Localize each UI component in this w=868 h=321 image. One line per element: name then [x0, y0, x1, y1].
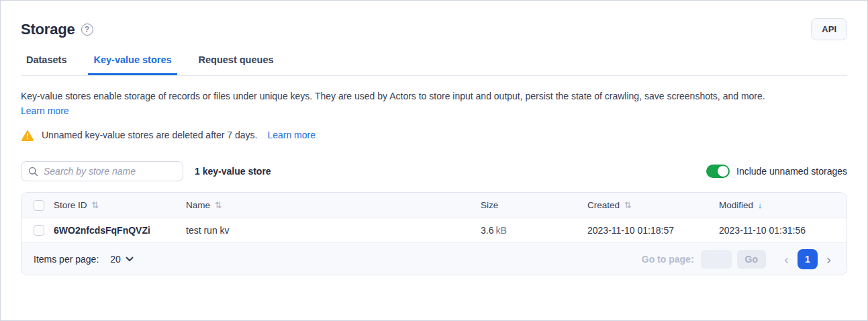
store-count: 1 key-value store [195, 166, 271, 177]
table-row[interactable]: 6WO2nfcdsFqFnQVZi test run kv 3.6kB 2023… [21, 218, 847, 242]
sort-icon-modified[interactable]: ↓ [758, 200, 763, 210]
column-label-modified: Modified [719, 200, 753, 210]
pagination: Go to page: Go ‹ 1 › [642, 249, 834, 269]
sort-icon-name[interactable]: ⇅ [215, 200, 222, 210]
column-header-size: Size [481, 200, 587, 210]
description-learn-more-link[interactable]: Learn more [21, 105, 69, 116]
search-input[interactable] [44, 162, 176, 181]
header-checkbox-cell [21, 200, 54, 211]
prev-page-icon[interactable]: ‹ [781, 252, 792, 266]
column-label-name: Name [186, 200, 210, 210]
select-all-checkbox[interactable] [34, 200, 44, 211]
warning-text: Unnamed key-value stores are deleted aft… [42, 130, 257, 140]
sort-icon-created[interactable]: ⇅ [624, 200, 632, 210]
tab-request-queues[interactable]: Request queues [193, 54, 279, 75]
column-header-created[interactable]: Created ⇅ [587, 200, 719, 210]
column-header-name[interactable]: Name ⇅ [186, 200, 481, 210]
chevron-down-icon [126, 257, 134, 262]
title-wrap: Storage ? [21, 21, 93, 38]
column-label-created: Created [587, 200, 620, 210]
warning-icon [21, 128, 34, 142]
cell-name: test run kv [186, 225, 481, 236]
column-header-store-id[interactable]: Store ID ⇅ [54, 200, 186, 210]
sort-icon-store-id[interactable]: ⇅ [91, 200, 99, 210]
warning-learn-more-link[interactable]: Learn more [267, 130, 316, 140]
toolbar: 1 key-value store Include unnamed storag… [21, 161, 847, 181]
cell-created: 2023-11-10 01:18:57 [587, 225, 719, 236]
column-label-store-id: Store ID [54, 200, 87, 210]
page-header: Storage ? API [21, 18, 847, 40]
api-button[interactable]: API [811, 18, 847, 40]
table-footer: Items per page: 20 Go to page: Go ‹ 1 › [21, 242, 847, 275]
description-text: Key-value stores enable storage of recor… [21, 89, 847, 103]
go-to-page-label: Go to page: [642, 254, 694, 265]
key-value-stores-table: Store ID ⇅ Name ⇅ Size Created ⇅ Modifie… [21, 192, 847, 275]
page-title: Storage [21, 21, 75, 38]
items-per-page-label: Items per page: [34, 254, 99, 265]
tab-key-value-stores[interactable]: Key-value stores [88, 54, 177, 75]
column-header-modified[interactable]: Modified ↓ [719, 200, 847, 210]
warning-banner: Unnamed key-value stores are deleted aft… [21, 128, 847, 142]
column-label-size: Size [481, 200, 498, 210]
search-icon [28, 167, 38, 177]
size-value: 3.6 [481, 225, 493, 236]
row-checkbox-cell [21, 225, 54, 236]
storage-tabs: Datasets Key-value stores Request queues [21, 54, 847, 76]
table-header-row: Store ID ⇅ Name ⇅ Size Created ⇅ Modifie… [21, 193, 847, 218]
go-button[interactable]: Go [737, 250, 766, 269]
row-checkbox[interactable] [34, 225, 44, 236]
items-per-page-select[interactable]: 20 [110, 254, 134, 265]
toggle-knob [718, 166, 728, 177]
cell-modified: 2023-11-10 01:31:56 [719, 225, 847, 236]
go-to-page-input[interactable] [701, 250, 732, 269]
search-box[interactable] [21, 161, 183, 181]
cell-store-id[interactable]: 6WO2nfcdsFqFnQVZi [54, 225, 186, 236]
current-page-button[interactable]: 1 [798, 249, 818, 269]
items-per-page-value: 20 [110, 254, 121, 265]
storage-page: Storage ? API Datasets Key-value stores … [0, 0, 868, 321]
include-unnamed-toggle[interactable] [706, 165, 730, 178]
size-unit: kB [495, 225, 506, 236]
help-icon[interactable]: ? [81, 24, 93, 36]
next-page-icon[interactable]: › [823, 252, 834, 266]
include-unnamed-toggle-label: Include unnamed storages [736, 166, 847, 177]
tab-datasets[interactable]: Datasets [21, 54, 72, 75]
cell-size: 3.6kB [481, 225, 587, 236]
